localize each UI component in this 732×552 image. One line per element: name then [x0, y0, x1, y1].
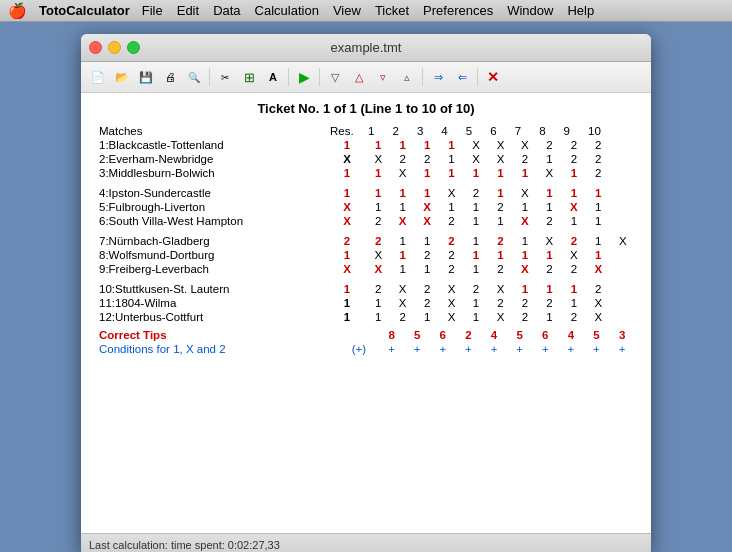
match-result-2: X	[328, 152, 366, 166]
preview-btn[interactable]: 🔍	[183, 66, 205, 88]
col-header-9: 9	[562, 124, 586, 138]
arrow-left-btn[interactable]: ⇐	[451, 66, 473, 88]
table-row: 12:Unterbus-Cottfurt1121X1X212X	[97, 310, 635, 324]
match-name-7: 7:Nürnbach-Gladberg	[97, 234, 328, 248]
cut-rows-btn[interactable]: ✂	[214, 66, 236, 88]
tip-12-1: 1	[366, 310, 390, 324]
col-header-3: 3	[415, 124, 439, 138]
menu-item-help[interactable]: Help	[567, 3, 594, 18]
tip-2-2: 2	[390, 152, 414, 166]
correct-tips-label: Correct Tips	[97, 328, 339, 342]
toolbar-sep-4	[422, 68, 423, 86]
ct-5: 4	[481, 328, 507, 342]
tip-11-6: 2	[488, 296, 512, 310]
tip-10-10: 2	[586, 282, 610, 296]
col-header-5: 5	[464, 124, 488, 138]
menu-item-preferences[interactable]: Preferences	[423, 3, 493, 18]
menu-item-window[interactable]: Window	[507, 3, 553, 18]
tip-5-2: 1	[390, 200, 414, 214]
conditions-prefix: (+)	[339, 342, 379, 356]
print-btn[interactable]: 🖨	[159, 66, 181, 88]
tip-11-3: 2	[415, 296, 439, 310]
menu-item-calculation[interactable]: Calculation	[255, 3, 319, 18]
ct-2: 5	[404, 328, 430, 342]
match-name-12: 12:Unterbus-Cottfurt	[97, 310, 328, 324]
new-btn[interactable]: 📄	[87, 66, 109, 88]
minimize-button[interactable]	[108, 41, 121, 54]
tip-4-7: X	[513, 186, 537, 200]
tip-7-2: 1	[390, 234, 414, 248]
col-header-2: 2	[390, 124, 414, 138]
col-header-4: 4	[439, 124, 463, 138]
tip-7-7: 1	[513, 234, 537, 248]
table-row: 11:1804-Wilma11X2X12221X	[97, 296, 635, 310]
add-col-btn[interactable]: ⊞	[238, 66, 260, 88]
menu-item-edit[interactable]: Edit	[177, 3, 199, 18]
menu-item-view[interactable]: View	[333, 3, 361, 18]
table-row: 10:Stuttkusen-St. Lautern12X2X2X1112	[97, 282, 635, 296]
tip-3-1: 1	[366, 166, 390, 180]
close-button[interactable]	[89, 41, 102, 54]
match-name-4: 4:Ipston-Sundercastle	[97, 186, 328, 200]
tip-6-5: 1	[464, 214, 488, 228]
open-btn[interactable]: 📂	[111, 66, 133, 88]
tip-6-9: 1	[562, 214, 586, 228]
tip-6-8: 2	[537, 214, 561, 228]
tip-2-10: 2	[586, 152, 610, 166]
down-tri2-btn[interactable]: ▿	[372, 66, 394, 88]
tip-8-10: 1	[586, 248, 610, 262]
title-bar: example.tmt	[81, 34, 651, 62]
tip-2-6: X	[488, 152, 512, 166]
table-row: 3:Middlesburn-Bolwich11X11111X12	[97, 166, 635, 180]
tip-1-2: 1	[390, 138, 414, 152]
tip-3-5: 1	[464, 166, 488, 180]
tip-3-10: 2	[586, 166, 610, 180]
tip-12-8: 1	[537, 310, 561, 324]
tip-6-6: 1	[488, 214, 512, 228]
play-btn[interactable]: ▶	[293, 66, 315, 88]
ct-4: 2	[456, 328, 482, 342]
menu-bar: 🍎 TotoCalculator FileEditDataCalculation…	[0, 0, 732, 22]
cond-7: +	[532, 342, 558, 356]
ct-8: 4	[558, 328, 584, 342]
tip-2-3: 2	[415, 152, 439, 166]
cond-4: +	[456, 342, 482, 356]
save-btn[interactable]: 💾	[135, 66, 157, 88]
match-result-5: X	[328, 200, 366, 214]
tip-4-6: 1	[488, 186, 512, 200]
match-name-2: 2:Everham-Newbridge	[97, 152, 328, 166]
cond-9: +	[584, 342, 610, 356]
menu-item-file[interactable]: File	[142, 3, 163, 18]
app-name: TotoCalculator	[39, 3, 130, 18]
tip-9-6: 2	[488, 262, 512, 276]
tip-6-4: 2	[439, 214, 463, 228]
font-btn[interactable]: A	[262, 66, 284, 88]
tip-12-9: 2	[562, 310, 586, 324]
tip-1-10: 2	[586, 138, 610, 152]
match-name-5: 5:Fulbrough-Liverton	[97, 200, 328, 214]
menu-item-data[interactable]: Data	[213, 3, 240, 18]
tip-4-2: 1	[390, 186, 414, 200]
col-header-8: 8	[537, 124, 561, 138]
table-row: 1:Blackcastle-Tottenland11111XXX222	[97, 138, 635, 152]
up-tri2-btn[interactable]: ▵	[396, 66, 418, 88]
tip-9-5: 1	[464, 262, 488, 276]
down-tri-btn[interactable]: ▽	[324, 66, 346, 88]
up-tri-btn[interactable]: △	[348, 66, 370, 88]
tip-11-9: 1	[562, 296, 586, 310]
close-x-btn[interactable]: ✕	[482, 66, 504, 88]
maximize-button[interactable]	[127, 41, 140, 54]
arrow-right-btn[interactable]: ⇒	[427, 66, 449, 88]
tip-11-4: X	[439, 296, 463, 310]
tip-11-1: 1	[366, 296, 390, 310]
match-result-8: 1	[328, 248, 366, 262]
col-header-res: Res.	[328, 124, 366, 138]
apple-logo: 🍎	[8, 2, 27, 20]
toolbar-sep-2	[288, 68, 289, 86]
table-row: 9:Freiberg-LeverbachXX11212X22X	[97, 262, 635, 276]
tip-7-3: 1	[415, 234, 439, 248]
tip-2-1: X	[366, 152, 390, 166]
tip-9-8: 2	[537, 262, 561, 276]
menu-item-ticket[interactable]: Ticket	[375, 3, 409, 18]
tip-9-1: X	[366, 262, 390, 276]
